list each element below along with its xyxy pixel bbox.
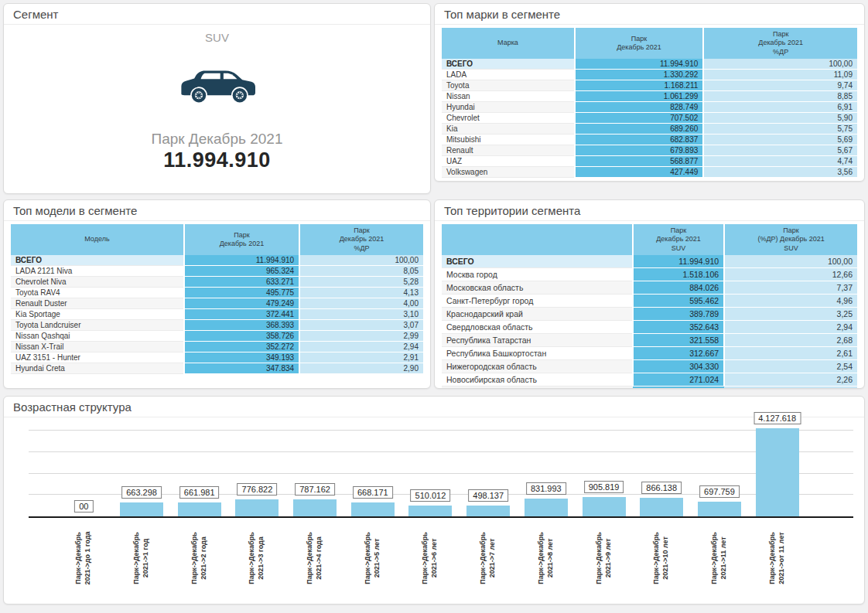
- share-value-cell[interactable]: 2,90: [299, 363, 423, 374]
- table-row[interactable]: UAZ568.8774,74: [442, 156, 857, 167]
- row-label-cell[interactable]: Hyundai: [442, 102, 575, 113]
- park-value-cell[interactable]: 1.168.211: [575, 80, 703, 91]
- table-row[interactable]: Toyota1.168.2119,74: [442, 80, 857, 91]
- park-value-cell[interactable]: 495.775: [184, 288, 299, 298]
- share-value-cell[interactable]: 11,09: [703, 70, 857, 80]
- park-value-cell[interactable]: 568.877: [575, 156, 703, 167]
- age-bar[interactable]: [293, 499, 337, 516]
- age-bar[interactable]: [408, 506, 452, 516]
- row-label-cell[interactable]: Новосибирская область: [442, 373, 633, 387]
- row-label-cell[interactable]: Республика Башкортостан: [442, 347, 633, 360]
- park-value-cell[interactable]: 965.324: [184, 266, 299, 277]
- row-label-cell[interactable]: ВСЕГО: [442, 59, 575, 70]
- age-bar[interactable]: [640, 498, 683, 516]
- table-row[interactable]: Москва город1.518.10612,66: [442, 268, 857, 281]
- row-label-cell[interactable]: ВСЕГО: [11, 255, 184, 266]
- table-row[interactable]: Республика Татарстан321.5582,68: [442, 334, 857, 347]
- park-value-cell[interactable]: 358.726: [184, 331, 299, 342]
- share-value-cell[interactable]: 8,05: [299, 266, 423, 277]
- table-row[interactable]: Kia689.2605,75: [442, 124, 857, 135]
- age-bar[interactable]: [698, 502, 741, 516]
- share-value-cell[interactable]: 4,00: [299, 298, 423, 309]
- share-value-cell[interactable]: 5,28: [299, 277, 423, 288]
- park-value-cell[interactable]: 312.667: [633, 347, 724, 360]
- table-row[interactable]: Mitsubishi682.8375,69: [442, 135, 857, 145]
- park-value-cell[interactable]: 479.249: [184, 298, 299, 309]
- share-value-cell[interactable]: 5,90: [703, 113, 857, 124]
- share-value-cell[interactable]: 2,26: [724, 373, 857, 387]
- age-bar[interactable]: [178, 502, 221, 516]
- share-value-cell[interactable]: 3,07: [299, 320, 423, 331]
- row-label-cell[interactable]: Москва город: [442, 268, 633, 281]
- row-label-cell[interactable]: Nissan X-Trail: [11, 342, 184, 352]
- table-row[interactable]: Нижегородская область304.3302,54: [442, 360, 857, 373]
- age-bar[interactable]: [756, 428, 799, 516]
- row-label-cell[interactable]: Toyota RAV4: [11, 288, 184, 298]
- table-row[interactable]: Renault679.8935,67: [442, 145, 857, 156]
- age-bar[interactable]: [583, 497, 626, 516]
- share-value-cell[interactable]: 100,00: [724, 255, 857, 268]
- table-row[interactable]: Санкт-Петербург город595.4624,96: [442, 295, 857, 308]
- age-bar[interactable]: [235, 499, 279, 516]
- table-row[interactable]: Nissan X-Trail352.2722,94: [11, 342, 423, 352]
- share-value-cell[interactable]: 2,94: [299, 342, 423, 352]
- park-value-cell[interactable]: 427.449: [575, 167, 703, 178]
- park-value-cell[interactable]: 707.502: [575, 113, 703, 124]
- share-value-cell[interactable]: 5,69: [703, 135, 857, 145]
- share-value-cell[interactable]: 6,91: [703, 102, 857, 113]
- models-table[interactable]: МодельПарк Декабрь 2021Парк Декабрь 2021…: [11, 224, 423, 374]
- row-label-cell[interactable]: UAZ 3151 - Hunter: [11, 352, 184, 363]
- table-row[interactable]: Новосибирская область271.0242,26: [442, 373, 857, 387]
- park-value-cell[interactable]: 689.260: [575, 124, 703, 135]
- table-row[interactable]: Hyundai828.7496,91: [442, 102, 857, 113]
- table-row[interactable]: LADA1.330.29211,09: [442, 70, 857, 80]
- park-value-cell[interactable]: 884.026: [633, 281, 724, 295]
- table-row[interactable]: Chevrolet Niva633.2715,28: [11, 277, 423, 288]
- table-row[interactable]: Свердловская область352.6432,94: [442, 321, 857, 334]
- age-bar[interactable]: [120, 502, 163, 516]
- row-label-cell[interactable]: Chevrolet Niva: [11, 277, 184, 288]
- park-value-cell[interactable]: 321.558: [633, 334, 724, 347]
- park-value-cell[interactable]: 11.994.910: [184, 255, 299, 266]
- age-bar[interactable]: [466, 506, 510, 516]
- table-row[interactable]: ВСЕГО11.994.910100,00: [11, 255, 423, 266]
- table-row[interactable]: Nissan1.061.2998,85: [442, 91, 857, 102]
- row-label-cell[interactable]: Toyota Landcruiser: [11, 320, 184, 331]
- park-value-cell[interactable]: 633.271: [184, 277, 299, 288]
- row-label-cell[interactable]: Санкт-Петербург город: [442, 295, 633, 308]
- table-row[interactable]: Toyota RAV4495.7754,13: [11, 288, 423, 298]
- share-value-cell[interactable]: 8,85: [703, 91, 857, 102]
- share-value-cell[interactable]: 2,94: [724, 321, 857, 334]
- row-label-cell[interactable]: UAZ: [442, 156, 575, 167]
- park-value-cell[interactable]: 304.330: [633, 360, 724, 373]
- table-row[interactable]: ВСЕГО11.994.910100,00: [442, 59, 857, 70]
- row-label-cell[interactable]: Kia Sportage: [11, 309, 184, 320]
- row-label-cell[interactable]: Республика Татарстан: [442, 334, 633, 347]
- row-label-cell[interactable]: Volkswagen: [442, 167, 575, 178]
- row-label-cell[interactable]: Mitsubishi: [442, 135, 575, 145]
- share-value-cell[interactable]: 4,13: [299, 288, 423, 298]
- park-value-cell[interactable]: 11.994.910: [575, 59, 703, 70]
- row-label-cell[interactable]: Renault: [442, 145, 575, 156]
- row-label-cell[interactable]: Краснодарский край: [442, 308, 633, 321]
- park-value-cell[interactable]: 352.643: [633, 321, 724, 334]
- share-value-cell[interactable]: 2,91: [299, 352, 423, 363]
- share-value-cell[interactable]: 7,37: [724, 281, 857, 295]
- table-row[interactable]: UAZ 3151 - Hunter349.1932,91: [11, 352, 423, 363]
- park-value-cell[interactable]: 1.518.106: [633, 268, 724, 281]
- park-value-cell[interactable]: 679.893: [575, 145, 703, 156]
- share-value-cell[interactable]: 5,75: [703, 124, 857, 135]
- row-label-cell[interactable]: Hyundai Creta: [11, 363, 184, 374]
- age-bar[interactable]: [525, 499, 568, 516]
- territories-table[interactable]: Парк Декабрь 2021 SUVПарк (%ДР) Декабрь …: [442, 224, 857, 389]
- row-label-cell[interactable]: Nissan: [442, 91, 575, 102]
- share-value-cell[interactable]: 4,74: [703, 156, 857, 167]
- park-value-cell[interactable]: 271.024: [633, 373, 724, 387]
- park-value-cell[interactable]: 368.393: [184, 320, 299, 331]
- share-value-cell[interactable]: 5,67: [703, 145, 857, 156]
- park-value-cell[interactable]: 1.061.299: [575, 91, 703, 102]
- brands-table[interactable]: МаркаПарк Декабрь 2021Парк Декабрь 2021 …: [442, 28, 857, 178]
- table-row[interactable]: Hyundai Creta347.8342,90: [11, 363, 423, 374]
- park-value-cell[interactable]: 11.994.910: [633, 255, 724, 268]
- table-row[interactable]: ВСЕГО11.994.910100,00: [442, 255, 857, 268]
